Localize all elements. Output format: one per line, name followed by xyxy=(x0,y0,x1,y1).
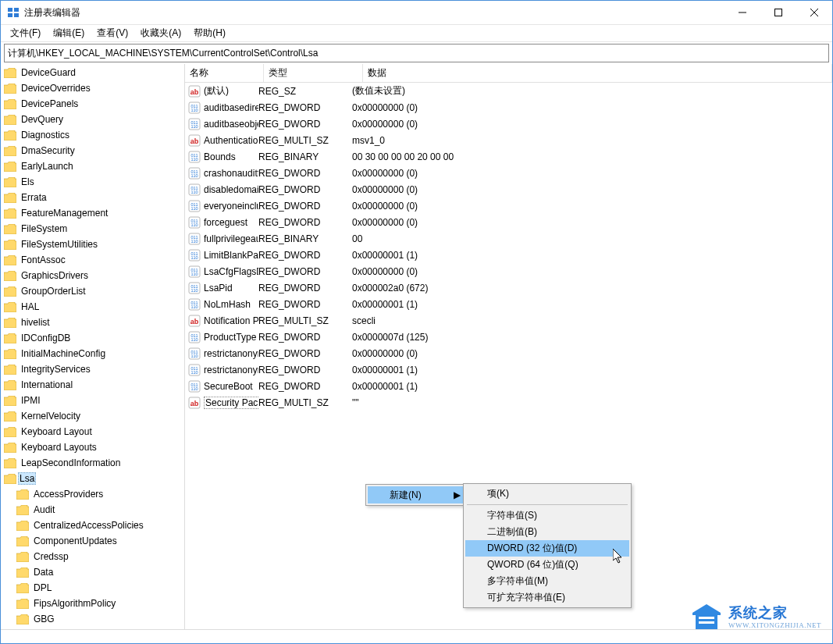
tree-item[interactable]: Errata xyxy=(1,190,184,205)
submenu-qword[interactable]: QWORD (64 位)值(Q) xyxy=(465,557,629,573)
svg-rect-0 xyxy=(8,8,12,12)
cell-name: 011110Bounds xyxy=(188,151,258,163)
tree-view[interactable]: DeviceGuardDeviceOverridesDevicePanelsDe… xyxy=(1,64,184,629)
submenu-dword[interactable]: DWORD (32 位)值(D) xyxy=(465,540,629,557)
submenu-binary[interactable]: 二进制值(B) xyxy=(465,524,629,540)
list-row[interactable]: 011110SecureBootREG_DWORD0x00000001 (1) xyxy=(185,378,832,394)
tree-item[interactable]: FileSystem xyxy=(1,221,184,237)
list-row[interactable]: 011110auditbasedirec...REG_DWORD0x000000… xyxy=(185,99,832,116)
tree-item[interactable]: FeatureManagement xyxy=(1,205,184,221)
tree-item-label: FontAssoc xyxy=(20,254,67,265)
list-row[interactable]: 011110LsaCfgFlagsDe...REG_DWORD0x0000000… xyxy=(185,263,832,279)
list-row[interactable]: 011110fullprivilegeau...REG_BINARY00 xyxy=(185,230,832,247)
submenu-key[interactable]: 项(K) xyxy=(465,486,629,502)
menu-help[interactable]: 帮助(H) xyxy=(187,25,232,41)
tree-item[interactable]: FontAssoc xyxy=(1,252,184,268)
cell-type: REG_DWORD xyxy=(258,266,352,277)
tree-item-label: DevicePanels xyxy=(20,98,80,109)
tree-item[interactable]: DevicePanels xyxy=(1,96,184,112)
tree-item-label: Credssp xyxy=(32,551,70,562)
cell-name: ab(默认) xyxy=(188,84,258,98)
column-type[interactable]: 类型 xyxy=(264,64,363,82)
list-row[interactable]: 011110NoLmHashREG_DWORD0x00000001 (1) xyxy=(185,296,832,312)
tree-item[interactable]: Diagnostics xyxy=(1,127,184,143)
tree-item[interactable]: FileSystemUtilities xyxy=(1,237,184,252)
list-row[interactable]: 011110LsaPidREG_DWORD0x000002a0 (672) xyxy=(185,279,832,296)
cell-data: 0x00000001 (1) xyxy=(352,250,832,261)
minimize-button[interactable] xyxy=(724,1,760,24)
tree-item[interactable]: Keyboard Layout xyxy=(1,424,184,439)
svg-text:ab: ab xyxy=(190,318,199,326)
tree-item[interactable]: Keyboard Layouts xyxy=(1,439,184,455)
tree-item-label: IntegrityServices xyxy=(20,364,92,375)
list-row[interactable]: 011110crashonauditfailREG_DWORD0x0000000… xyxy=(185,165,832,181)
tree-item[interactable]: HAL xyxy=(1,299,184,315)
list-row[interactable]: 011110everyoneinclud...REG_DWORD0x000000… xyxy=(185,197,832,214)
list-row[interactable]: 011110disabledomain...REG_DWORD0x0000000… xyxy=(185,181,832,197)
tree-item[interactable]: DeviceOverrides xyxy=(1,80,184,96)
close-button[interactable] xyxy=(796,1,832,24)
tree-item[interactable]: FipsAlgorithmPolicy xyxy=(1,596,184,611)
list-row[interactable]: 011110restrictanonym...REG_DWORD0x000000… xyxy=(185,361,832,378)
tree-item[interactable]: AccessProviders xyxy=(1,486,184,502)
menu-view[interactable]: 查看(V) xyxy=(91,25,134,41)
cell-type: REG_DWORD xyxy=(258,168,352,179)
tree-item[interactable]: Credssp xyxy=(1,549,184,564)
menu-favorites[interactable]: 收藏夹(A) xyxy=(134,25,187,41)
tree-item[interactable]: ComponentUpdates xyxy=(1,533,184,549)
tree-item[interactable]: Audit xyxy=(1,502,184,518)
tree-item-label: AccessProviders xyxy=(32,489,105,500)
list-row[interactable]: 011110auditbaseobje...REG_DWORD0x0000000… xyxy=(185,116,832,132)
list-row[interactable]: 011110restrictanonym...REG_DWORD0x000000… xyxy=(185,345,832,361)
list-row[interactable]: 011110LimitBlankPass...REG_DWORD0x000000… xyxy=(185,247,832,263)
tree-item[interactable]: IPMI xyxy=(1,393,184,408)
submenu-expand[interactable]: 可扩充字符串值(E) xyxy=(465,589,629,606)
column-name[interactable]: 名称 xyxy=(185,64,264,82)
tree-item[interactable]: DPL xyxy=(1,580,184,596)
tree-item[interactable]: GroupOrderList xyxy=(1,283,184,299)
tree-item[interactable]: Data xyxy=(1,564,184,580)
cell-name: 011110auditbaseobje... xyxy=(188,118,258,130)
tree-item[interactable]: International xyxy=(1,377,184,393)
tree-item[interactable]: LeapSecondInformation xyxy=(1,455,184,471)
list-row[interactable]: abSecurity Packa...REG_MULTI_SZ"" xyxy=(185,394,832,411)
list-row[interactable]: abNotification Pa...REG_MULTI_SZscecli xyxy=(185,312,832,329)
tree-item[interactable]: CentralizedAccessPolicies xyxy=(1,518,184,533)
submenu-string[interactable]: 字符串值(S) xyxy=(465,507,629,524)
tree-item[interactable]: Lsa xyxy=(1,471,184,486)
column-data[interactable]: 数据 xyxy=(363,64,832,82)
svg-text:ab: ab xyxy=(190,88,199,96)
tree-item-label: GroupOrderList xyxy=(20,286,87,297)
tree-item[interactable]: DevQuery xyxy=(1,112,184,127)
cell-type: REG_DWORD xyxy=(258,119,352,130)
tree-item[interactable]: DmaSecurity xyxy=(1,143,184,158)
address-bar[interactable]: 计算机\HKEY_LOCAL_MACHINE\SYSTEM\CurrentCon… xyxy=(4,44,829,62)
list-row[interactable]: abAuthentication ...REG_MULTI_SZmsv1_0 xyxy=(185,132,832,148)
tree-item[interactable]: KernelVelocity xyxy=(1,408,184,424)
list-row[interactable]: 011110ProductTypeREG_DWORD0x0000007d (12… xyxy=(185,329,832,345)
menu-edit[interactable]: 编辑(E) xyxy=(47,25,91,41)
tree-item[interactable]: Els xyxy=(1,174,184,190)
tree-item[interactable]: IDConfigDB xyxy=(1,330,184,346)
tree-item[interactable]: hivelist xyxy=(1,315,184,330)
cell-name: 011110SecureBoot xyxy=(188,380,258,393)
submenu-multi[interactable]: 多字符串值(M) xyxy=(465,573,629,589)
tree-item[interactable]: EarlyLaunch xyxy=(1,158,184,174)
list-row[interactable]: 011110forceguestREG_DWORD0x00000000 (0) xyxy=(185,214,832,230)
tree-item[interactable]: DeviceGuard xyxy=(1,65,184,80)
cell-data: "" xyxy=(352,397,832,408)
list-row[interactable]: ab(默认)REG_SZ(数值未设置) xyxy=(185,83,832,99)
menu-file[interactable]: 文件(F) xyxy=(4,25,47,41)
tree-item[interactable]: GraphicsDrivers xyxy=(1,268,184,283)
context-submenu: 项(K) 字符串值(S) 二进制值(B) DWORD (32 位)值(D) QW… xyxy=(463,483,632,608)
tree-item[interactable]: InitialMachineConfig xyxy=(1,346,184,361)
tree-item[interactable]: GBG xyxy=(1,611,184,627)
list-row[interactable]: 011110BoundsREG_BINARY00 30 00 00 00 20 … xyxy=(185,148,832,165)
cell-type: REG_MULTI_SZ xyxy=(258,315,352,326)
maximize-button[interactable] xyxy=(760,1,796,24)
cell-data: scecli xyxy=(352,315,832,326)
svg-text:110: 110 xyxy=(190,206,198,211)
tree-item[interactable]: JD xyxy=(1,627,184,629)
context-new[interactable]: 新建(N) ▶ xyxy=(368,486,465,503)
tree-item[interactable]: IntegrityServices xyxy=(1,361,184,377)
